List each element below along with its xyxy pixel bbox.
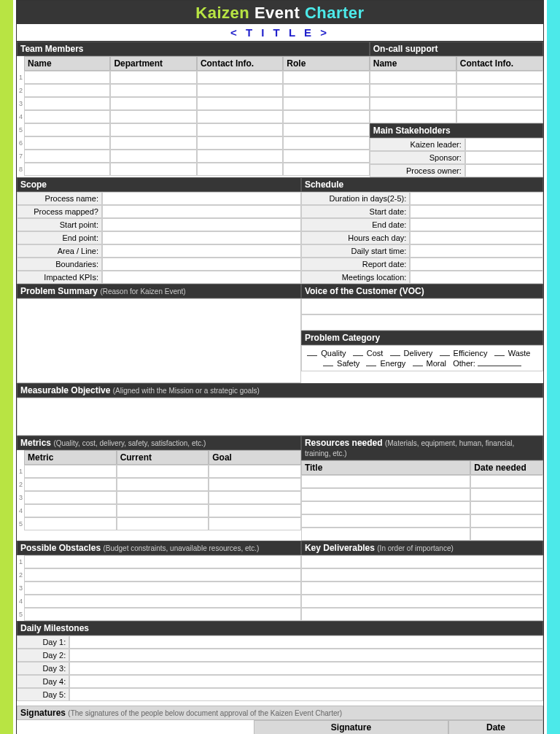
- metric-2[interactable]: [24, 478, 117, 491]
- obstacle-3[interactable]: [24, 582, 301, 595]
- title-placeholder[interactable]: < T I T L E >: [17, 24, 543, 42]
- team-role-2[interactable]: [283, 84, 369, 97]
- resource-date-2[interactable]: [470, 488, 543, 501]
- resource-date-5[interactable]: [470, 528, 543, 541]
- oncall-name-1[interactable]: [370, 71, 456, 84]
- team-name-4[interactable]: [24, 110, 110, 123]
- scope-bound-value[interactable]: [102, 258, 301, 271]
- milestone-value-1[interactable]: [69, 636, 543, 649]
- metric-goal-4[interactable]: [209, 504, 301, 517]
- metric-goal-3[interactable]: [209, 491, 301, 504]
- deliverable-4[interactable]: [301, 595, 543, 608]
- stake-sponsor-value[interactable]: [465, 151, 543, 164]
- team-contact-6[interactable]: [197, 136, 283, 150]
- metric-3[interactable]: [24, 491, 117, 504]
- team-name-2[interactable]: [24, 84, 110, 97]
- team-name-7[interactable]: [24, 150, 110, 163]
- sched-edate-value[interactable]: [410, 218, 543, 231]
- metric-goal-2[interactable]: [209, 478, 301, 491]
- oncall-name-4[interactable]: [370, 110, 456, 123]
- obstacle-1[interactable]: [24, 555, 301, 568]
- milestone-value-2[interactable]: [69, 649, 543, 662]
- resource-title-1[interactable]: [301, 475, 470, 488]
- oncall-name-2[interactable]: [370, 84, 456, 97]
- metric-current-2[interactable]: [117, 478, 209, 491]
- team-dept-1[interactable]: [110, 71, 196, 84]
- scope-start-value[interactable]: [102, 218, 301, 231]
- voc-line-1[interactable]: [301, 298, 543, 314]
- scope-mapped-value[interactable]: [102, 205, 301, 218]
- team-name-3[interactable]: [24, 97, 110, 110]
- metric-goal-1[interactable]: [209, 465, 301, 478]
- voc-line-2[interactable]: [301, 314, 543, 331]
- metric-current-3[interactable]: [117, 491, 209, 504]
- category-options[interactable]: Quality Cost Delivery Efficiency Waste S…: [301, 345, 543, 371]
- resource-date-4[interactable]: [470, 514, 543, 528]
- team-dept-4[interactable]: [110, 110, 196, 123]
- obstacle-4[interactable]: [24, 595, 301, 608]
- stake-leader-value[interactable]: [465, 138, 543, 151]
- oncall-contact-1[interactable]: [456, 71, 543, 84]
- metric-current-4[interactable]: [117, 504, 209, 517]
- team-contact-7[interactable]: [197, 150, 283, 163]
- resource-title-2[interactable]: [301, 488, 470, 501]
- deliverable-5[interactable]: [301, 608, 543, 621]
- team-role-1[interactable]: [283, 71, 369, 84]
- sched-hours-value[interactable]: [410, 231, 543, 244]
- team-contact-8[interactable]: [197, 163, 283, 176]
- resource-title-4[interactable]: [301, 514, 470, 528]
- team-name-6[interactable]: [24, 136, 110, 150]
- resource-date-3[interactable]: [470, 501, 543, 514]
- scope-process-value[interactable]: [102, 192, 301, 205]
- sched-dstart-value[interactable]: [410, 244, 543, 258]
- team-dept-5[interactable]: [110, 123, 196, 136]
- milestone-value-5[interactable]: [69, 688, 543, 701]
- team-role-8[interactable]: [283, 163, 369, 176]
- team-dept-6[interactable]: [110, 136, 196, 150]
- scope-area-value[interactable]: [102, 244, 301, 258]
- sched-report-value[interactable]: [410, 258, 543, 271]
- obstacle-5[interactable]: [24, 608, 301, 621]
- metric-5[interactable]: [24, 517, 117, 530]
- oncall-contact-2[interactable]: [456, 84, 543, 97]
- scope-end-value[interactable]: [102, 231, 301, 244]
- team-contact-1[interactable]: [197, 71, 283, 84]
- team-name-5[interactable]: [24, 123, 110, 136]
- metric-goal-5[interactable]: [209, 517, 301, 530]
- team-role-5[interactable]: [283, 123, 369, 136]
- oncall-contact-4[interactable]: [456, 110, 543, 123]
- oncall-name-3[interactable]: [370, 97, 456, 110]
- resource-title-3[interactable]: [301, 501, 470, 514]
- metric-1[interactable]: [24, 465, 117, 478]
- team-role-7[interactable]: [283, 150, 369, 163]
- team-name-1[interactable]: [24, 71, 110, 84]
- obstacle-2[interactable]: [24, 568, 301, 582]
- metric-current-5[interactable]: [117, 517, 209, 530]
- team-role-4[interactable]: [283, 110, 369, 123]
- sched-sdate-value[interactable]: [410, 205, 543, 218]
- team-contact-5[interactable]: [197, 123, 283, 136]
- milestone-value-4[interactable]: [69, 675, 543, 688]
- team-role-6[interactable]: [283, 136, 369, 150]
- objective-box[interactable]: [17, 398, 543, 436]
- team-name-8[interactable]: [24, 163, 110, 176]
- team-contact-4[interactable]: [197, 110, 283, 123]
- deliverable-2[interactable]: [301, 568, 543, 582]
- metric-4[interactable]: [24, 504, 117, 517]
- milestone-value-3[interactable]: [69, 662, 543, 675]
- oncall-contact-3[interactable]: [456, 97, 543, 110]
- problem-summary-box[interactable]: [17, 298, 301, 383]
- team-contact-2[interactable]: [197, 84, 283, 97]
- team-contact-3[interactable]: [197, 97, 283, 110]
- team-dept-7[interactable]: [110, 150, 196, 163]
- team-dept-3[interactable]: [110, 97, 196, 110]
- scope-kpi-value[interactable]: [102, 271, 301, 284]
- deliverable-1[interactable]: [301, 555, 543, 568]
- stake-owner-value[interactable]: [465, 164, 543, 177]
- deliverable-3[interactable]: [301, 582, 543, 595]
- resource-date-1[interactable]: [470, 475, 543, 488]
- team-role-3[interactable]: [283, 97, 369, 110]
- metric-current-1[interactable]: [117, 465, 209, 478]
- team-dept-2[interactable]: [110, 84, 196, 97]
- team-dept-8[interactable]: [110, 163, 196, 176]
